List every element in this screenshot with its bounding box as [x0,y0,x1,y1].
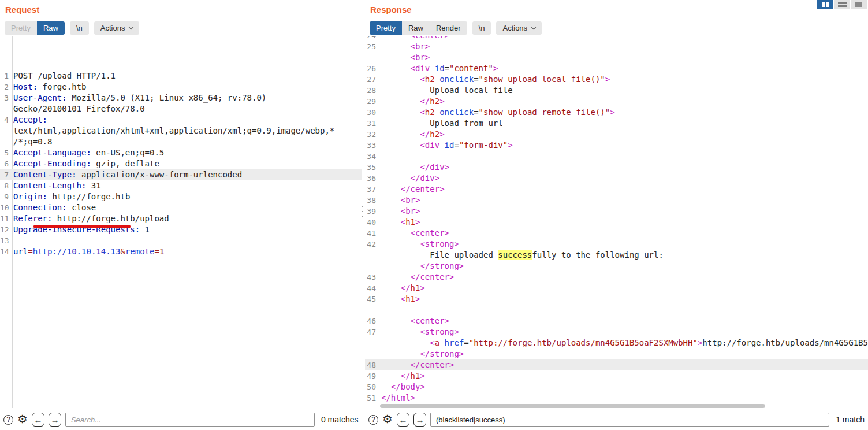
code-line: 48 </center> [365,359,868,370]
code-line: 51</html> [365,392,868,403]
code-line: <br> [365,52,868,63]
code-line: 10Connection: close [0,202,362,213]
previous-match-button[interactable]: ← [397,413,409,427]
newline-toggle-button[interactable]: \n [70,21,89,35]
code-line: 13 [0,235,362,246]
code-line: 39 <br> [365,206,868,217]
previous-match-button[interactable]: ← [32,413,44,427]
single-pane-layout-button[interactable] [851,0,867,9]
code-line: 33 <div id="form-div"> [365,140,868,151]
code-line: 34 [365,151,868,162]
code-line: </strong> [365,349,868,359]
code-line: 38 <br> [365,195,868,206]
code-line: 46 <center> [365,316,868,327]
code-line: 26 <div id="content"> [365,63,868,74]
code-line: 37 </center> [365,184,868,195]
split-rows-layout-button[interactable] [834,0,850,9]
code-line: 25 <br> [365,41,868,52]
response-search-bar: ? ⚙ ← → 1 match [365,409,868,430]
request-panel: Request PrettyRaw\nActions 1POST /upload… [0,0,362,430]
search-settings-gear-icon[interactable]: ⚙ [17,413,28,425]
response-editor[interactable]: 24 <center>25 <br> <br>26 <div id="conte… [365,36,868,409]
code-line: 5Accept-Language: en-US,en;q=0.5 [0,147,362,158]
response-match-count: 1 match [836,415,865,424]
code-line: 49 </h1> [365,370,868,381]
code-line: 40 <h1> [365,217,868,228]
code-line: 3User-Agent: Mozilla/5.0 (X11; Linux x86… [0,92,362,103]
code-line: 4Accept: [0,114,362,125]
chevron-down-icon [531,24,536,29]
code-line: /*;q=0.8 [0,136,362,147]
red-underline-annotation [33,225,131,228]
panel-splitter-handle[interactable] [361,206,364,217]
request-panel-title: Request [5,5,39,14]
response-tabbar: PrettyRawRender\nActions [370,21,542,35]
code-line: 28 Upload local file [365,85,868,96]
code-line: 6Accept-Encoding: gzip, deflate [0,158,362,169]
code-line: 11Referer: http://forge.htb/upload [0,213,362,224]
layout-switcher [817,0,867,9]
code-line: 2Host: forge.htb [0,81,362,92]
code-line: <a href="http://forge.htb/uploads/mn4G5G… [365,338,868,349]
code-line: 45 <h1> [365,294,868,305]
response-search-input[interactable] [430,413,829,427]
response-horizontal-scrollbar[interactable] [380,404,765,408]
code-line: 42 <strong> [365,239,868,250]
code-line: 43 </center> [365,272,868,283]
request-search-bar: ? ⚙ ← → 0 matches [0,409,362,430]
request-search-input[interactable] [65,413,315,427]
code-line: 35 </div> [365,162,868,173]
newline-toggle-button[interactable]: \n [472,21,491,35]
tab-pretty[interactable]: Pretty [5,21,37,35]
code-line: 44 </h1> [365,283,868,294]
code-line: 31 Upload from url [365,118,868,129]
tab-raw[interactable]: Raw [37,21,65,35]
search-settings-gear-icon[interactable]: ⚙ [382,413,393,425]
chevron-down-icon [129,24,133,29]
response-panel: Response PrettyRawRender\nActions 24 <ce… [365,0,868,430]
code-line: 47 <strong> [365,327,868,338]
request-editor[interactable]: 1POST /upload HTTP/1.12Host: forge.htb3U… [0,36,362,409]
tab-pretty[interactable]: Pretty [370,21,402,35]
next-match-button[interactable]: → [413,413,426,427]
code-line: 24 <center> [365,36,868,41]
actions-button[interactable]: Actions [496,21,542,35]
code-line [365,305,868,316]
code-line: 7Content-Type: application/x-www-form-ur… [0,169,362,180]
actions-button[interactable]: Actions [94,21,140,35]
code-line: </strong> [365,261,868,272]
code-line: 32 </h2> [365,129,868,140]
code-line: 29 </h2> [365,96,868,107]
tab-render[interactable]: Render [430,21,467,35]
help-icon[interactable]: ? [368,415,378,425]
code-line: 30 <h2 onclick="show_upload_remote_file(… [365,107,868,118]
code-line: File uploaded successfully to the follow… [365,250,868,261]
code-line: 9Origin: http://forge.htb [0,191,362,202]
request-match-count: 0 matches [321,415,359,424]
code-line: 8Content-Length: 31 [0,180,362,191]
code-line: text/html,application/xhtml+xml,applicat… [0,125,362,136]
code-line: Gecko/20100101 Firefox/78.0 [0,103,362,114]
response-panel-title: Response [370,5,412,14]
code-line: 41 <center> [365,228,868,239]
code-line: 1POST /upload HTTP/1.1 [0,71,362,81]
help-icon[interactable]: ? [3,415,13,425]
code-line: 14url=http://10.10.14.13&remote=1 [0,246,362,257]
split-columns-layout-button[interactable] [817,0,833,9]
tab-raw[interactable]: Raw [402,21,430,35]
code-line: 27 <h2 onclick="show_upload_local_file()… [365,74,868,85]
code-line: 50 </body> [365,381,868,392]
code-line: 36 </div> [365,173,868,184]
request-tabbar: PrettyRaw\nActions [5,21,139,35]
next-match-button[interactable]: → [49,413,61,427]
